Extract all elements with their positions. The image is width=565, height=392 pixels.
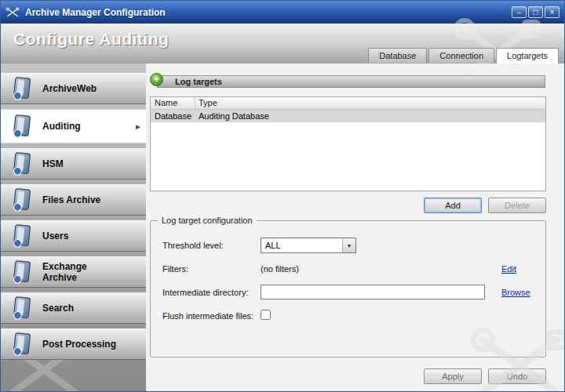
sidebar-item-label: Files Archive	[42, 194, 118, 205]
sidebar-item-label: HSM	[42, 158, 118, 169]
threshold-level-label: Threshold level:	[162, 241, 224, 250]
sidebar: ArchiveWeb Auditing ► HSM Files Archive …	[1, 64, 146, 391]
threshold-level-select[interactable]: ALL ▼	[261, 238, 356, 253]
sidebar-item-label: Users	[42, 230, 118, 241]
table-header-row: Name Type	[151, 97, 545, 110]
undo-button[interactable]: Undo	[488, 368, 546, 384]
filters-value: (no filters)	[261, 264, 299, 274]
filters-label: Filters:	[162, 264, 188, 274]
sidebar-item-auditing[interactable]: Auditing ►	[1, 109, 146, 143]
tab-logtargets[interactable]: Logtargets	[496, 48, 559, 64]
group-title: Log target configuration	[158, 216, 257, 225]
sidebar-item-archiveweb[interactable]: ArchiveWeb	[1, 73, 146, 104]
sidebar-item-label: Exchange Archive	[42, 261, 118, 284]
sidebar-item-search[interactable]: Search	[1, 292, 146, 324]
auditing-icon	[11, 114, 33, 138]
tab-connection[interactable]: Connection	[428, 48, 494, 63]
cell-name: Database	[151, 110, 195, 122]
window-title: Archive Manager Configuration	[25, 7, 166, 18]
flush-intermediate-files-label: Flush intermediate files:	[162, 311, 253, 321]
exchange-archive-icon	[11, 260, 33, 284]
sidebar-item-label: ArchiveWeb	[42, 83, 118, 94]
search-icon	[11, 296, 33, 320]
close-button[interactable]: ×	[545, 6, 560, 18]
intermediate-directory-label: Intermediate directory:	[162, 288, 248, 297]
add-log-target-icon[interactable]: +	[150, 73, 163, 86]
sidebar-item-exchange-archive[interactable]: Exchange Archive	[1, 256, 146, 288]
page-title: Configure Auditing	[13, 30, 169, 49]
log-targets-header: Log targets	[157, 75, 545, 88]
post-processing-icon	[11, 332, 33, 356]
tab-database[interactable]: Database	[368, 48, 427, 63]
flush-intermediate-files-checkbox[interactable]	[261, 310, 271, 320]
files-archive-icon	[11, 188, 33, 212]
sidebar-item-post-processing[interactable]: Post Processing	[1, 328, 146, 360]
window-controls: – □ ×	[512, 6, 560, 18]
table-row[interactable]: Database Auditing Database	[151, 110, 545, 122]
maximize-button[interactable]: □	[528, 6, 543, 18]
chevron-down-icon: ▼	[342, 238, 355, 252]
sidebar-item-label: Search	[42, 303, 118, 314]
threshold-selected-value: ALL	[265, 241, 281, 250]
sidebar-item-hsm[interactable]: HSM	[1, 148, 146, 180]
cell-type: Auditing Database	[195, 110, 545, 122]
log-targets-table: Name Type Database Auditing Database	[150, 96, 546, 191]
column-header-type[interactable]: Type	[195, 97, 545, 109]
users-icon	[11, 224, 33, 248]
minimize-button[interactable]: –	[512, 6, 527, 18]
log-targets-title: Log targets	[175, 77, 222, 86]
titlebar: Archive Manager Configuration – □ ×	[1, 1, 564, 24]
edit-link[interactable]: Edit	[501, 264, 516, 274]
add-button[interactable]: Add	[424, 198, 482, 213]
sidebar-item-label: Post Processing	[42, 339, 118, 350]
delete-button[interactable]: Delete	[488, 198, 546, 213]
selected-arrow-icon: ►	[134, 122, 142, 131]
page-header: Configure Auditing Database Connection L…	[1, 24, 564, 64]
browse-link[interactable]: Browse	[501, 288, 530, 297]
tab-bar: Database Connection Logtargets	[368, 48, 559, 64]
app-icon	[5, 5, 20, 20]
app-window: Archive Manager Configuration – □ × Conf…	[0, 0, 565, 392]
column-header-name[interactable]: Name	[151, 97, 195, 109]
sidebar-item-label: Auditing	[42, 121, 118, 132]
apply-button[interactable]: Apply	[424, 368, 482, 384]
intermediate-directory-input[interactable]	[261, 285, 485, 299]
main-content: + Log targets Name Type Database Auditin…	[146, 64, 564, 391]
sidebar-item-files-archive[interactable]: Files Archive	[1, 184, 146, 216]
log-target-configuration-group: Log target configuration Threshold level…	[150, 220, 546, 358]
hsm-icon	[11, 152, 33, 176]
archiveweb-icon	[11, 77, 33, 100]
sidebar-item-users[interactable]: Users	[1, 220, 146, 252]
